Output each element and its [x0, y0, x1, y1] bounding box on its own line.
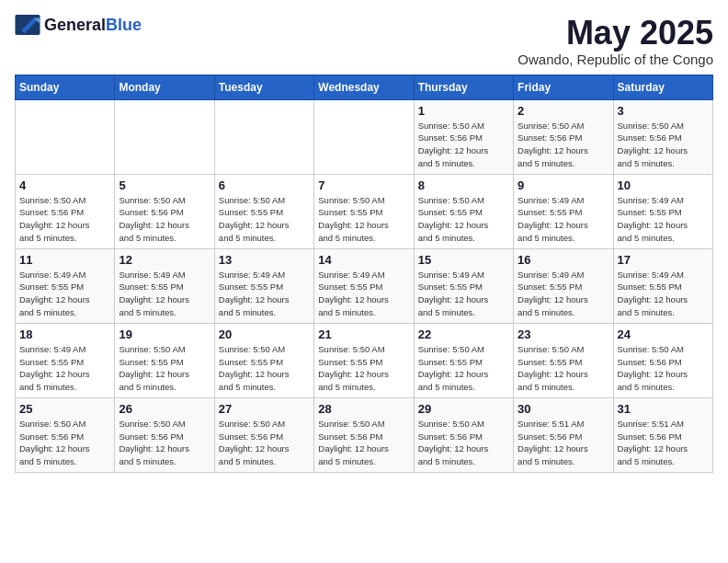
day-info: Sunrise: 5:49 AM Sunset: 5:55 PM Dayligh…: [418, 269, 509, 319]
day-cell: 9Sunrise: 5:49 AM Sunset: 5:55 PM Daylig…: [514, 174, 613, 248]
day-number: 16: [518, 253, 609, 267]
calendar-header-row: SundayMondayTuesdayWednesdayThursdayFrid…: [16, 75, 713, 99]
day-info: Sunrise: 5:49 AM Sunset: 5:55 PM Dayligh…: [119, 269, 210, 319]
week-row-2: 4Sunrise: 5:50 AM Sunset: 5:56 PM Daylig…: [16, 174, 713, 248]
day-number: 15: [418, 253, 509, 267]
day-info: Sunrise: 5:50 AM Sunset: 5:55 PM Dayligh…: [219, 194, 310, 245]
day-info: Sunrise: 5:50 AM Sunset: 5:56 PM Dayligh…: [19, 418, 110, 468]
week-row-1: 1Sunrise: 5:50 AM Sunset: 5:56 PM Daylig…: [16, 99, 713, 174]
day-cell: [214, 99, 313, 174]
day-cell: 10Sunrise: 5:49 AM Sunset: 5:55 PM Dayli…: [613, 174, 712, 248]
day-cell: 19Sunrise: 5:50 AM Sunset: 5:55 PM Dayli…: [115, 323, 214, 397]
day-info: Sunrise: 5:49 AM Sunset: 5:55 PM Dayligh…: [19, 343, 110, 394]
day-number: 2: [518, 104, 609, 118]
day-cell: 24Sunrise: 5:50 AM Sunset: 5:56 PM Dayli…: [613, 323, 712, 397]
day-info: Sunrise: 5:50 AM Sunset: 5:56 PM Dayligh…: [318, 418, 409, 468]
day-info: Sunrise: 5:50 AM Sunset: 5:56 PM Dayligh…: [518, 120, 609, 170]
day-number: 11: [19, 253, 110, 267]
day-cell: 6Sunrise: 5:50 AM Sunset: 5:55 PM Daylig…: [214, 174, 313, 248]
day-number: 25: [19, 402, 110, 416]
day-info: Sunrise: 5:50 AM Sunset: 5:56 PM Dayligh…: [418, 418, 509, 468]
page-header: GeneralBlue May 2025 Owando, Republic of…: [15, 15, 713, 67]
day-cell: 30Sunrise: 5:51 AM Sunset: 5:56 PM Dayli…: [514, 397, 613, 472]
month-title: May 2025: [518, 15, 713, 52]
day-cell: 21Sunrise: 5:50 AM Sunset: 5:55 PM Dayli…: [314, 323, 414, 397]
day-cell: 27Sunrise: 5:50 AM Sunset: 5:56 PM Dayli…: [214, 397, 313, 472]
day-number: 24: [618, 327, 709, 341]
day-cell: 4Sunrise: 5:50 AM Sunset: 5:56 PM Daylig…: [16, 174, 115, 248]
day-info: Sunrise: 5:49 AM Sunset: 5:55 PM Dayligh…: [518, 269, 609, 319]
week-row-4: 18Sunrise: 5:49 AM Sunset: 5:55 PM Dayli…: [16, 323, 713, 397]
day-cell: 31Sunrise: 5:51 AM Sunset: 5:56 PM Dayli…: [613, 397, 712, 472]
day-number: 1: [418, 104, 509, 118]
day-number: 9: [518, 178, 609, 192]
week-row-5: 25Sunrise: 5:50 AM Sunset: 5:56 PM Dayli…: [16, 397, 713, 472]
day-cell: 29Sunrise: 5:50 AM Sunset: 5:56 PM Dayli…: [414, 397, 513, 472]
day-cell: 2Sunrise: 5:50 AM Sunset: 5:56 PM Daylig…: [514, 99, 613, 174]
header-day-friday: Friday: [514, 75, 613, 99]
logo: GeneralBlue: [15, 15, 142, 35]
day-info: Sunrise: 5:50 AM Sunset: 5:56 PM Dayligh…: [418, 120, 509, 170]
day-cell: 14Sunrise: 5:49 AM Sunset: 5:55 PM Dayli…: [314, 248, 414, 323]
day-number: 19: [119, 327, 210, 341]
day-info: Sunrise: 5:50 AM Sunset: 5:56 PM Dayligh…: [119, 418, 210, 468]
day-cell: 25Sunrise: 5:50 AM Sunset: 5:56 PM Dayli…: [16, 397, 115, 472]
day-number: 7: [318, 178, 409, 192]
logo-text-general: General: [44, 16, 106, 34]
day-number: 30: [518, 402, 609, 416]
day-cell: 15Sunrise: 5:49 AM Sunset: 5:55 PM Dayli…: [414, 248, 513, 323]
day-number: 4: [19, 178, 110, 192]
day-info: Sunrise: 5:49 AM Sunset: 5:55 PM Dayligh…: [19, 269, 110, 319]
day-number: 28: [318, 402, 409, 416]
day-number: 3: [618, 104, 709, 118]
day-number: 27: [219, 402, 310, 416]
day-number: 31: [618, 402, 709, 416]
day-info: Sunrise: 5:49 AM Sunset: 5:55 PM Dayligh…: [618, 194, 709, 245]
day-cell: 1Sunrise: 5:50 AM Sunset: 5:56 PM Daylig…: [414, 99, 513, 174]
day-cell: 18Sunrise: 5:49 AM Sunset: 5:55 PM Dayli…: [16, 323, 115, 397]
day-info: Sunrise: 5:50 AM Sunset: 5:56 PM Dayligh…: [618, 120, 709, 170]
day-cell: [16, 99, 115, 174]
day-info: Sunrise: 5:50 AM Sunset: 5:55 PM Dayligh…: [418, 194, 509, 245]
day-number: 12: [119, 253, 210, 267]
day-info: Sunrise: 5:49 AM Sunset: 5:55 PM Dayligh…: [618, 269, 709, 319]
day-info: Sunrise: 5:51 AM Sunset: 5:56 PM Dayligh…: [618, 418, 709, 468]
day-cell: 12Sunrise: 5:49 AM Sunset: 5:55 PM Dayli…: [115, 248, 214, 323]
header-day-saturday: Saturday: [613, 75, 712, 99]
day-number: 8: [418, 178, 509, 192]
title-area: May 2025 Owando, Republic of the Congo: [518, 15, 713, 67]
logo-text-blue: Blue: [106, 16, 142, 34]
day-number: 20: [219, 327, 310, 341]
day-info: Sunrise: 5:49 AM Sunset: 5:55 PM Dayligh…: [318, 269, 409, 319]
calendar-body: 1Sunrise: 5:50 AM Sunset: 5:56 PM Daylig…: [16, 99, 713, 472]
header-day-thursday: Thursday: [414, 75, 513, 99]
logo-icon: [15, 15, 40, 35]
day-cell: 20Sunrise: 5:50 AM Sunset: 5:55 PM Dayli…: [214, 323, 313, 397]
day-cell: 3Sunrise: 5:50 AM Sunset: 5:56 PM Daylig…: [613, 99, 712, 174]
header-day-sunday: Sunday: [16, 75, 115, 99]
day-number: 29: [418, 402, 509, 416]
day-number: 6: [219, 178, 310, 192]
day-cell: 23Sunrise: 5:50 AM Sunset: 5:55 PM Dayli…: [514, 323, 613, 397]
day-number: 14: [318, 253, 409, 267]
day-cell: 28Sunrise: 5:50 AM Sunset: 5:56 PM Dayli…: [314, 397, 414, 472]
day-cell: [314, 99, 414, 174]
day-info: Sunrise: 5:50 AM Sunset: 5:55 PM Dayligh…: [318, 194, 409, 245]
day-number: 21: [318, 327, 409, 341]
day-cell: 17Sunrise: 5:49 AM Sunset: 5:55 PM Dayli…: [613, 248, 712, 323]
day-number: 18: [19, 327, 110, 341]
day-number: 10: [618, 178, 709, 192]
day-number: 26: [119, 402, 210, 416]
day-info: Sunrise: 5:50 AM Sunset: 5:55 PM Dayligh…: [219, 343, 310, 394]
header-day-wednesday: Wednesday: [314, 75, 414, 99]
day-cell: 7Sunrise: 5:50 AM Sunset: 5:55 PM Daylig…: [314, 174, 414, 248]
day-cell: 26Sunrise: 5:50 AM Sunset: 5:56 PM Dayli…: [115, 397, 214, 472]
day-cell: 11Sunrise: 5:49 AM Sunset: 5:55 PM Dayli…: [16, 248, 115, 323]
day-cell: 8Sunrise: 5:50 AM Sunset: 5:55 PM Daylig…: [414, 174, 513, 248]
day-number: 23: [518, 327, 609, 341]
day-info: Sunrise: 5:50 AM Sunset: 5:56 PM Dayligh…: [19, 194, 110, 245]
day-info: Sunrise: 5:49 AM Sunset: 5:55 PM Dayligh…: [219, 269, 310, 319]
day-number: 22: [418, 327, 509, 341]
day-info: Sunrise: 5:50 AM Sunset: 5:56 PM Dayligh…: [219, 418, 310, 468]
day-cell: 13Sunrise: 5:49 AM Sunset: 5:55 PM Dayli…: [214, 248, 313, 323]
